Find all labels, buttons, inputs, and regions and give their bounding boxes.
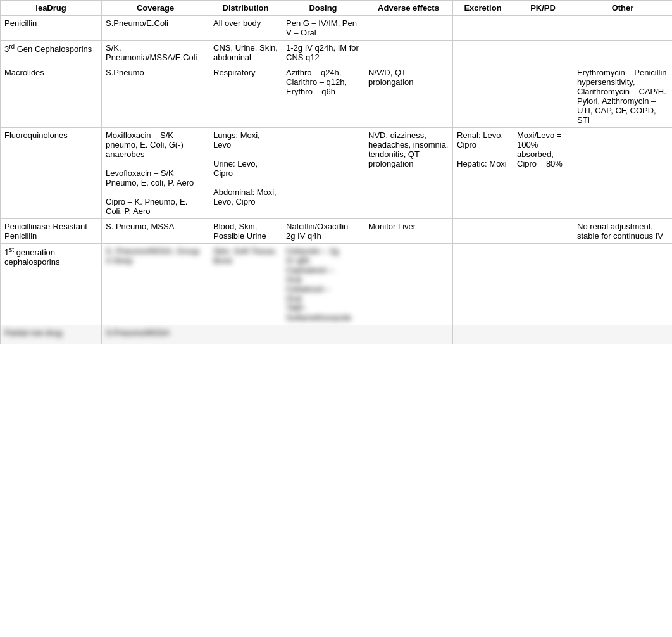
cell-dosing: Pen G – IV/IM, Pen V – Oral xyxy=(282,16,364,41)
cell-distribution: All over body xyxy=(209,16,282,41)
cell-coverage: S.Pneumo/E.Coli xyxy=(102,16,209,41)
header-other: Other xyxy=(573,1,673,16)
cell-distribution: Lungs: Moxi, Levo Urine: Levo, Cipro Abd… xyxy=(209,128,282,219)
cell-coverage: S. Pneumo, MSSA xyxy=(102,219,209,244)
cell-adverse: N/V/D, QT prolongation xyxy=(364,65,453,128)
header-excretion: Excretion xyxy=(453,1,513,16)
cell-distribution-blurred: Skin, Soft Tissue, Bone xyxy=(209,244,282,325)
cell-dosing-blurred: Cefazolin – 2g IV q8h Cephalexin – Oral … xyxy=(282,244,364,325)
antibiotic-table-container: leaDrug Coverage Distribution Dosing Adv… xyxy=(0,0,672,344)
cell-excretion xyxy=(453,65,513,128)
cell-coverage: S.Pneumo xyxy=(102,65,209,128)
table-row: Penicillinase-Resistant Penicillin S. Pn… xyxy=(1,219,673,244)
cell-pkpd-partial xyxy=(513,325,573,344)
cell-other-partial xyxy=(573,325,673,344)
blurred-coverage: S.Pneumo/MSSA xyxy=(106,328,170,337)
cell-distribution: Respiratory xyxy=(209,65,282,128)
cell-adverse xyxy=(364,16,453,41)
cell-drug: Fluoroquinolones xyxy=(1,128,102,219)
superscript: st xyxy=(9,246,14,253)
cell-other: Erythromycin – Penicillin hypersensitivi… xyxy=(573,65,673,128)
cell-drug: Penicillinase-Resistant Penicillin xyxy=(1,219,102,244)
cell-pkpd xyxy=(513,16,573,41)
cell-coverage-blurred: S. Pneumo/MSSA, Group A Strep xyxy=(102,244,209,325)
cell-coverage-partial: S.Pneumo/MSSA xyxy=(102,325,209,344)
cell-excretion xyxy=(453,16,513,41)
cell-drug: 3rd Gen Cephalosporins xyxy=(1,41,102,65)
header-coverage: Coverage xyxy=(102,1,209,16)
cell-pkpd xyxy=(513,244,573,325)
blurred-drug: Partial row drug xyxy=(4,328,62,337)
table-row: Macrolides S.Pneumo Respiratory Azithro … xyxy=(1,65,673,128)
cell-dosing-partial xyxy=(282,325,364,344)
cell-excretion: Renal: Levo, CiproHepatic: Moxi xyxy=(453,128,513,219)
cell-coverage: S/K. Pneumonia/MSSA/E.Coli xyxy=(102,41,209,65)
table-row: Partial row drug S.Pneumo/MSSA xyxy=(1,325,673,344)
cell-distribution: Blood, Skin, Possible Urine xyxy=(209,219,282,244)
header-pkpd: PK/PD xyxy=(513,1,573,16)
blurred-dosing: Cefazolin – 2g IV q8h Cephalexin – Oral … xyxy=(286,246,351,322)
cell-excretion xyxy=(453,219,513,244)
cell-coverage: Moxifloxacin – S/K pneumo, E. Coli, G(-)… xyxy=(102,128,209,219)
header-adverse: Adverse effects xyxy=(364,1,453,16)
cell-dosing: Nafcillin/Oxacillin – 2g IV q4h xyxy=(282,219,364,244)
cell-pkpd xyxy=(513,41,573,65)
cell-excretion xyxy=(453,41,513,65)
cell-pkpd: Moxi/Levo = 100% absorbed, Cipro = 80% xyxy=(513,128,573,219)
table-row: Fluoroquinolones Moxifloxacin – S/K pneu… xyxy=(1,128,673,219)
cell-adverse-partial xyxy=(364,325,453,344)
header-drug: leaDrug xyxy=(1,1,102,16)
cell-other xyxy=(573,41,673,65)
cell-dosing: Azithro – q24h, Clarithro – q12h, Erythr… xyxy=(282,65,364,128)
header-row: leaDrug Coverage Distribution Dosing Adv… xyxy=(1,1,673,16)
cell-dosing xyxy=(282,128,364,219)
table-row: Penicillin S.Pneumo/E.Coli All over body… xyxy=(1,16,673,41)
table-row: 3rd Gen Cephalosporins S/K. Pneumonia/MS… xyxy=(1,41,673,65)
cell-distribution: CNS, Urine, Skin, abdominal xyxy=(209,41,282,65)
cell-pkpd xyxy=(513,65,573,128)
cell-adverse: Monitor Liver xyxy=(364,219,453,244)
cell-adverse xyxy=(364,244,453,325)
header-dosing: Dosing xyxy=(282,1,364,16)
cell-other: No renal adjustment, stable for continuo… xyxy=(573,219,673,244)
cell-other xyxy=(573,244,673,325)
table-row: 1st generation cephalosporins S. Pneumo/… xyxy=(1,244,673,325)
cell-drug: Macrolides xyxy=(1,65,102,128)
blurred-coverage: S. Pneumo/MSSA, Group A Strep xyxy=(106,246,199,265)
cell-excretion-partial xyxy=(453,325,513,344)
cell-dosing: 1-2g IV q24h, IM for CNS q12 xyxy=(282,41,364,65)
cell-other xyxy=(573,128,673,219)
header-distribution: Distribution xyxy=(209,1,282,16)
cell-excretion xyxy=(453,244,513,325)
blurred-distribution: Skin, Soft Tissue, Bone xyxy=(213,246,277,265)
superscript: rd xyxy=(9,43,15,50)
cell-adverse xyxy=(364,41,453,65)
antibiotic-table: leaDrug Coverage Distribution Dosing Adv… xyxy=(0,0,672,344)
cell-distribution-partial xyxy=(209,325,282,344)
cell-adverse: NVD, dizziness, headaches, insomnia, ten… xyxy=(364,128,453,219)
cell-other xyxy=(573,16,673,41)
cell-drug: Penicillin xyxy=(1,16,102,41)
cell-pkpd xyxy=(513,219,573,244)
cell-drug: 1st generation cephalosporins xyxy=(1,244,102,325)
cell-drug-partial: Partial row drug xyxy=(1,325,102,344)
